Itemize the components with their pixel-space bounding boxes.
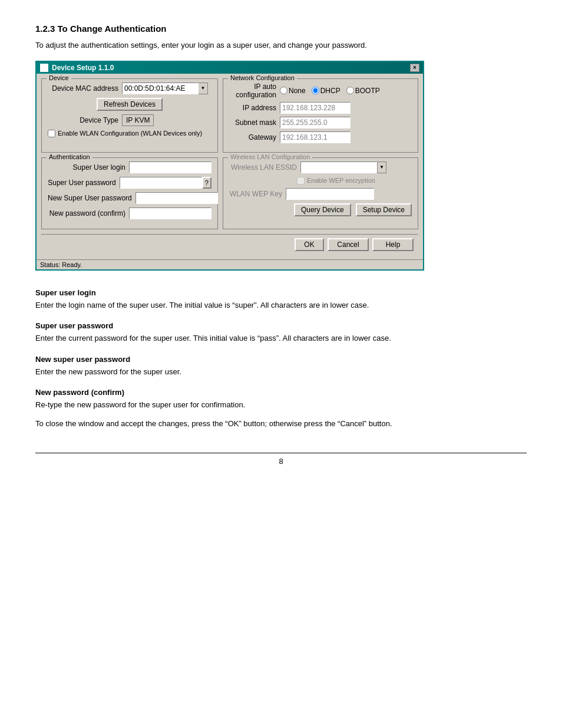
super-user-password-label: Super User password: [48, 179, 116, 187]
radio-bootp-label: BOOTP: [355, 87, 380, 95]
gateway-row: Gateway: [229, 131, 412, 143]
section-header-new-password-confirm: New password (confirm): [35, 388, 527, 397]
radio-dhcp: DHCP: [312, 87, 340, 95]
page-heading: 1.2.3 To Change Authentication: [35, 24, 527, 34]
intro-text: To adjust the authentication settings, e…: [35, 39, 527, 51]
section-text-super-user-login: Enter the login name of the super user. …: [35, 299, 527, 311]
question-button[interactable]: ?: [202, 177, 211, 189]
section-text-super-user-password: Enter the current password for the super…: [35, 332, 527, 344]
device-type-row: Device Type IP KVM: [48, 114, 211, 126]
super-user-login-label: Super User login: [48, 163, 125, 172]
wlan-wep-key-label: WLAN WEP Key: [229, 190, 282, 198]
section-text-new-password-confirm: Re-type the new password for the super u…: [35, 399, 527, 411]
wlan-essid-input-wrap: ▼: [300, 162, 386, 173]
device-type-label: Device Type: [48, 116, 118, 124]
device-type-value: IP KVM: [122, 114, 154, 126]
mac-dropdown-wrap: ▼: [122, 83, 208, 94]
refresh-devices-button[interactable]: Refresh Devices: [97, 98, 163, 111]
super-user-password-section: Super user password Enter the current pa…: [35, 321, 527, 344]
section-header-super-user-password: Super user password: [35, 321, 527, 330]
subnet-mask-label: Subnet mask: [229, 118, 276, 127]
dialog-titlebar: 🖥 Device Setup 1.1.0 ×: [37, 62, 423, 74]
auth-group: Authentication Super User login Super Us…: [41, 157, 218, 229]
wlan-essid-dropdown[interactable]: ▼: [377, 162, 386, 173]
section-header-super-user-login: Super user login: [35, 288, 527, 297]
closing-text: To close the window and accept the chang…: [35, 418, 527, 430]
new-password-confirm-label: New password (confirm): [48, 209, 125, 218]
ip-address-label: IP address: [229, 104, 276, 112]
refresh-button-row: Refresh Devices: [48, 98, 211, 111]
new-super-user-password-label: New Super User password: [48, 194, 132, 202]
status-bar: Status: Ready.: [37, 259, 423, 269]
network-group: Network Configuration IP auto configurat…: [223, 78, 418, 153]
ip-auto-row: IP auto configuration None DHCP BOOTP: [229, 83, 412, 99]
auth-group-label: Authentication: [47, 153, 92, 160]
dialog-top-row: Device Device MAC address ▼ Refresh Devi…: [41, 78, 418, 153]
query-setup-row: Query Device Setup Device: [229, 203, 412, 216]
ip-auto-label: IP auto configuration: [229, 83, 276, 99]
radio-dhcp-label: DHCP: [320, 87, 340, 95]
section-header-new-super-user-password: New super user password: [35, 355, 527, 364]
query-device-button[interactable]: Query Device: [294, 203, 351, 216]
subnet-mask-input[interactable]: [280, 117, 351, 129]
ip-auto-radio-group: None DHCP BOOTP: [280, 87, 384, 95]
super-user-login-section: Super user login Enter the login name of…: [35, 288, 527, 311]
mac-label: Device MAC address: [48, 84, 118, 93]
mac-input[interactable]: [122, 83, 199, 94]
super-user-login-input[interactable]: [129, 162, 211, 173]
new-password-confirm-input[interactable]: [129, 207, 211, 219]
enable-wlan-label: Enable WLAN Configuration (WLAN Devices …: [58, 130, 202, 137]
dialog-title-icon: 🖥: [40, 64, 48, 72]
dialog-body: Device Device MAC address ▼ Refresh Devi…: [37, 74, 423, 259]
help-button[interactable]: Help: [372, 238, 414, 251]
status-text: Status: Ready.: [40, 261, 82, 268]
new-password-confirm-section: New password (confirm) Re-type the new p…: [35, 388, 527, 411]
dialog-close-button[interactable]: ×: [410, 64, 419, 72]
network-group-label: Network Configuration: [228, 74, 297, 81]
dialog-title-text: Device Setup 1.1.0: [52, 64, 114, 72]
enable-wlan-row: Enable WLAN Configuration (WLAN Devices …: [48, 130, 211, 137]
cancel-button[interactable]: Cancel: [328, 238, 369, 251]
gateway-input[interactable]: [280, 131, 351, 143]
mac-dropdown-button[interactable]: ▼: [199, 83, 208, 94]
super-user-password-input[interactable]: [120, 177, 202, 189]
radio-none-label: None: [289, 87, 306, 95]
dialog-title-area: 🖥 Device Setup 1.1.0: [40, 64, 114, 72]
subnet-mask-row: Subnet mask: [229, 117, 412, 129]
ip-address-input[interactable]: [280, 102, 351, 114]
ok-button[interactable]: OK: [295, 238, 324, 251]
setup-device-button[interactable]: Setup Device: [356, 203, 412, 216]
new-super-user-password-input[interactable]: [135, 192, 218, 204]
radio-dhcp-input[interactable]: [312, 87, 319, 94]
radio-bootp-input[interactable]: [346, 87, 354, 94]
ip-address-row: IP address: [229, 102, 412, 114]
wlan-essid-input[interactable]: [300, 162, 377, 173]
page-number: 8: [279, 457, 283, 466]
radio-bootp: BOOTP: [346, 87, 380, 95]
device-group: Device Device MAC address ▼ Refresh Devi…: [41, 78, 218, 153]
wlan-wep-key-row: WLAN WEP Key: [229, 188, 412, 200]
new-password-confirm-row: New password (confirm): [48, 207, 211, 219]
wlan-essid-label: Wireless LAN ESSID: [229, 163, 297, 172]
new-super-user-password-section: New super user password Enter the new pa…: [35, 355, 527, 378]
wlan-wep-key-input[interactable]: [286, 188, 374, 200]
enable-wep-label: Enable WEP encryption: [307, 177, 375, 184]
super-user-login-row: Super User login: [48, 162, 211, 173]
wlan-group-label: Wireless LAN Configuration: [228, 153, 312, 160]
enable-wep-checkbox[interactable]: [297, 177, 305, 185]
wlan-essid-row: Wireless LAN ESSID ▼: [229, 162, 412, 173]
gateway-label: Gateway: [229, 133, 276, 141]
enable-wlan-checkbox[interactable]: [48, 130, 55, 137]
mac-row: Device MAC address ▼: [48, 83, 211, 94]
page-footer: 8: [35, 453, 527, 466]
enable-wep-row: Enable WEP encryption: [297, 177, 412, 185]
dialog-bottom-row: Authentication Super User login Super Us…: [41, 157, 418, 229]
radio-none: None: [280, 87, 306, 95]
ok-cancel-row: OK Cancel Help: [41, 234, 418, 255]
device-group-label: Device: [47, 74, 71, 81]
radio-none-input[interactable]: [280, 87, 287, 94]
wlan-group: Wireless LAN Configuration Wireless LAN …: [223, 157, 418, 229]
section-text-new-super-user-password: Enter the new password for the super use…: [35, 366, 527, 378]
dialog-window: 🖥 Device Setup 1.1.0 × Device Device MAC…: [35, 61, 424, 271]
super-user-password-row: Super User password ?: [48, 177, 211, 189]
